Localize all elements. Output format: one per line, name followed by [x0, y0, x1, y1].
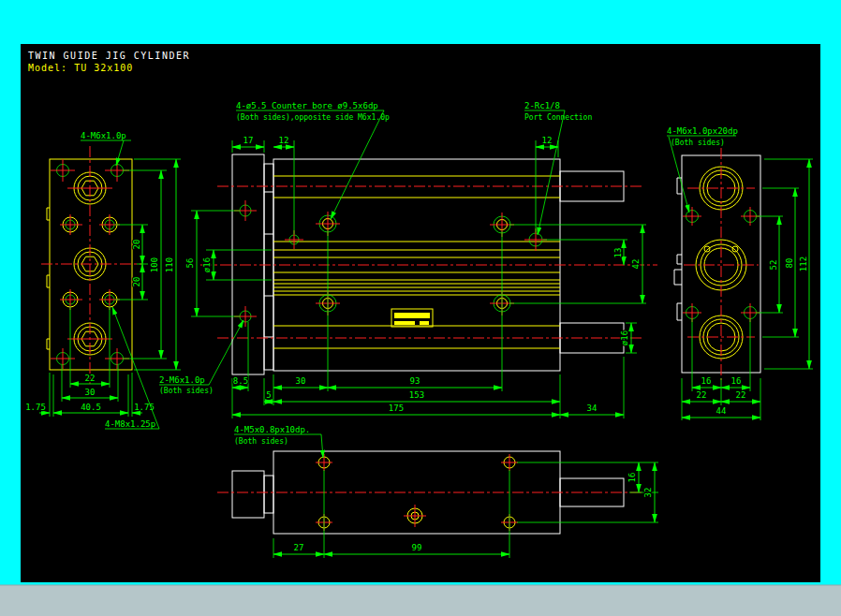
dim-side-step: 5: [266, 390, 271, 400]
dim-end-body-half-left: 22: [697, 390, 707, 400]
annotation-thread-front-bottom: 4-M8x1.25p: [105, 419, 155, 429]
dim-side-port-height: 13: [613, 248, 623, 258]
annotation-port-2: Port Connection: [524, 113, 592, 122]
dim-side-port-offset: 12: [542, 136, 553, 145]
dim-end-body-width: 44: [716, 406, 727, 416]
annotation-counter-bore-2: (Both sides),opposite side M6x1.0p: [236, 113, 390, 122]
dim-side-overall-length: 175: [389, 403, 404, 413]
dim-front-edge-right: 1.75: [134, 403, 155, 412]
dim-side-rod-length: 34: [587, 403, 598, 413]
dim-side-hole-offset-left: 12: [279, 136, 289, 145]
dim-end-body-height: 112: [799, 257, 808, 271]
dim-bottom-rod-offset: 16: [627, 473, 637, 483]
dim-side-flange-thickness: 17: [243, 136, 254, 145]
dim-front-hole-span: 100: [150, 257, 159, 272]
dim-front-pitch-upper: 20: [132, 240, 141, 250]
dim-bottom-hole-pitch: 99: [412, 543, 422, 552]
dim-front-outer-pitch-x: 30: [85, 388, 96, 397]
cad-drawing: TWIN GUIDE JIG CYLINDER Model: TU 32x100: [0, 0, 841, 616]
dim-side-rod-dia: ø16: [620, 330, 629, 345]
annotation-thread-bottom-2: (Both sides): [234, 437, 288, 446]
dim-side-hole-pitch: 93: [410, 376, 420, 386]
cad-viewer-window: TWIN GUIDE JIG CYLINDER Model: TU 32x100: [0, 0, 841, 616]
dim-end-side-hole-span: 52: [769, 260, 778, 271]
annotation-thread-bottom-1: 4-M5x0.8px10dp.: [234, 425, 310, 434]
dim-side-hole-row-span: 42: [631, 259, 641, 270]
dim-end-body-half-right: 22: [736, 390, 746, 400]
drawing-model: Model: TU 32x100: [28, 63, 133, 73]
dim-side-flange-hole-span: 56: [185, 258, 195, 269]
dim-bottom-hole-row-span: 32: [643, 488, 653, 498]
annotation-counter-bore-1: 4-ø5.5 Counter bore ø9.5x6dp: [236, 101, 378, 110]
dim-bottom-first-hole-x: 27: [294, 543, 304, 552]
dim-side-first-hole-x: 30: [296, 376, 306, 386]
dim-front-height: 110: [165, 257, 174, 272]
dim-front-edge-left: 1.75: [25, 403, 46, 412]
annotation-thread-front: 4-M6x1.0p: [81, 131, 126, 140]
annotation-thread-side-2: (Both sides): [159, 387, 214, 395]
dim-end-hole-half-left: 16: [701, 376, 712, 386]
status-bar: [0, 585, 841, 616]
dim-side-bore-dia: ø16: [202, 257, 212, 272]
annotation-thread-side-1: 2-M6x1.0p: [159, 375, 205, 385]
dim-side-body-length: 153: [409, 390, 424, 400]
dim-front-hole-pitch-x: 22: [85, 374, 96, 383]
annotation-thread-end-2: (Both sides): [671, 139, 725, 147]
dim-front-center-width: 40.5: [81, 403, 101, 412]
dim-front-pitch-lower: 20: [132, 277, 141, 287]
drawing-title: TWIN GUIDE JIG CYLINDER: [28, 51, 190, 61]
annotation-port-1: 2-Rc1/8: [524, 101, 560, 110]
annotation-thread-end-1: 4-M6x1.0px20dp: [667, 126, 738, 136]
dim-side-flange-hole-x: 8.5: [233, 376, 248, 386]
dim-end-rod-span: 80: [785, 258, 794, 269]
dim-end-hole-half-right: 16: [731, 376, 742, 386]
